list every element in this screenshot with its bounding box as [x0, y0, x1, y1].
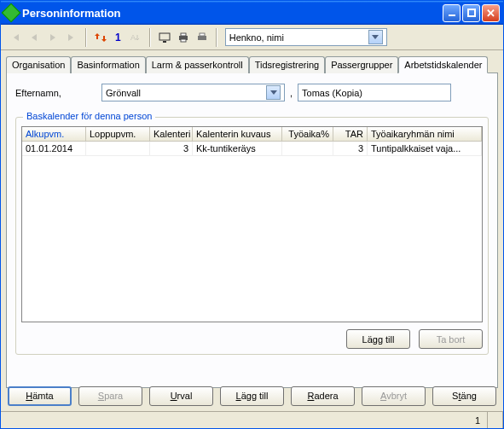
cell-group: Tuntipalkkaiset vaja...	[368, 142, 482, 155]
search-combo-value: Henkno, nimi	[229, 32, 284, 43]
search-combo[interactable]: Henkno, nimi	[225, 28, 387, 46]
grid-add-button[interactable]: Lägg till	[346, 329, 410, 349]
printer2-icon[interactable]	[194, 30, 210, 45]
col-tar[interactable]: TAR	[333, 127, 368, 142]
sync-icon[interactable]	[93, 30, 108, 45]
col-pct[interactable]: Työaika%	[282, 127, 333, 142]
chevron-down-icon[interactable]	[368, 30, 383, 44]
calendar-grid[interactable]: Alkupvm. Loppupvm. Kalenteri Kalenterin …	[21, 126, 483, 322]
bottom-button-bar: Hämta Spara Urval Lägg till Radera Avbry…	[1, 382, 503, 409]
toolbar: 1 A Henkno, nimi	[1, 25, 503, 50]
tab-passergrupper[interactable]: Passergrupper	[325, 56, 398, 73]
lastname-combo[interactable]: Grönvall	[101, 84, 285, 101]
cell-end	[86, 142, 150, 155]
first-record-icon[interactable]	[8, 30, 23, 45]
print-icon[interactable]	[176, 30, 191, 45]
status-grip	[488, 412, 503, 428]
statusbar: 1	[1, 411, 503, 428]
record-number: 1	[115, 32, 121, 43]
grid-header: Alkupvm. Loppupvm. Kalenteri Kalenterin …	[22, 127, 482, 142]
firstname-field[interactable]: Tomas (Kopia)	[298, 84, 451, 101]
svg-rect-3	[159, 33, 170, 40]
add-button[interactable]: Lägg till	[220, 386, 284, 406]
save-button[interactable]: Spara	[78, 386, 142, 406]
svg-rect-4	[163, 41, 166, 43]
delete-button[interactable]: Radera	[291, 386, 355, 406]
tab-tidsregistrering[interactable]: Tidsregistrering	[249, 56, 325, 73]
col-desc[interactable]: Kalenterin kuvaus	[193, 127, 282, 142]
cell-desc: Kk-tuntikeräys	[193, 142, 282, 155]
last-record-icon[interactable]	[64, 30, 79, 45]
lastname-label: Efternamn,	[15, 88, 96, 98]
cell-pct	[282, 142, 333, 155]
svg-text:A: A	[130, 33, 136, 42]
svg-rect-8	[198, 36, 206, 40]
titlebar: Personinformation ✕	[1, 1, 503, 25]
tab-basinformation[interactable]: Basinformation	[71, 56, 145, 73]
svg-rect-1	[468, 9, 475, 16]
calendar-groupbox: Baskalender för denna person Alkupvm. Lo…	[15, 117, 489, 355]
tabstrip: Organisation Basinformation Larm & passe…	[6, 56, 498, 73]
window-title: Personinformation	[22, 7, 443, 20]
tab-panel: Efternamn, Grönvall , Tomas (Kopia) Bask…	[6, 72, 498, 388]
grid-remove-button[interactable]: Ta bort	[419, 329, 483, 349]
firstname-value: Tomas (Kopia)	[302, 88, 362, 98]
status-count: 1	[411, 412, 488, 428]
lastname-value: Grönvall	[106, 88, 141, 98]
close-button-main[interactable]: Stäng	[432, 386, 496, 406]
selection-button[interactable]: Urval	[149, 386, 213, 406]
svg-rect-0	[449, 14, 455, 16]
svg-rect-6	[181, 33, 186, 36]
groupbox-legend: Baskalender för denna person	[23, 111, 155, 121]
tab-arbetstidskalender[interactable]: Arbetstidskalender	[398, 56, 488, 73]
screen-icon[interactable]	[157, 30, 172, 45]
cancel-button[interactable]: Avbryt	[362, 386, 426, 406]
sort-icon[interactable]: A	[128, 30, 143, 45]
cell-tar: 3	[333, 142, 368, 155]
maximize-button[interactable]	[462, 4, 480, 22]
tab-organisation[interactable]: Organisation	[6, 56, 71, 73]
col-enddate[interactable]: Loppupvm.	[86, 127, 150, 142]
comma-separator: ,	[290, 88, 293, 98]
table-row[interactable]: 01.01.2014 3 Kk-tuntikeräys 3 Tuntipalkk…	[22, 142, 482, 156]
svg-rect-7	[181, 39, 186, 42]
close-button[interactable]: ✕	[482, 4, 500, 22]
prev-record-icon[interactable]	[26, 30, 42, 45]
col-startdate[interactable]: Alkupvm.	[22, 127, 86, 142]
tab-larm[interactable]: Larm & passerkontroll	[146, 56, 249, 73]
col-cal[interactable]: Kalenteri	[150, 127, 193, 142]
minimize-button[interactable]	[443, 4, 461, 22]
svg-rect-9	[200, 33, 205, 36]
cell-start: 01.01.2014	[22, 142, 86, 155]
next-record-icon[interactable]	[45, 30, 61, 45]
chevron-down-icon[interactable]	[266, 85, 281, 100]
fetch-button[interactable]: Hämta	[8, 386, 72, 406]
app-icon	[2, 3, 21, 23]
cell-cal: 3	[150, 142, 193, 155]
col-group[interactable]: Työaikaryhmän nimi	[368, 127, 482, 142]
